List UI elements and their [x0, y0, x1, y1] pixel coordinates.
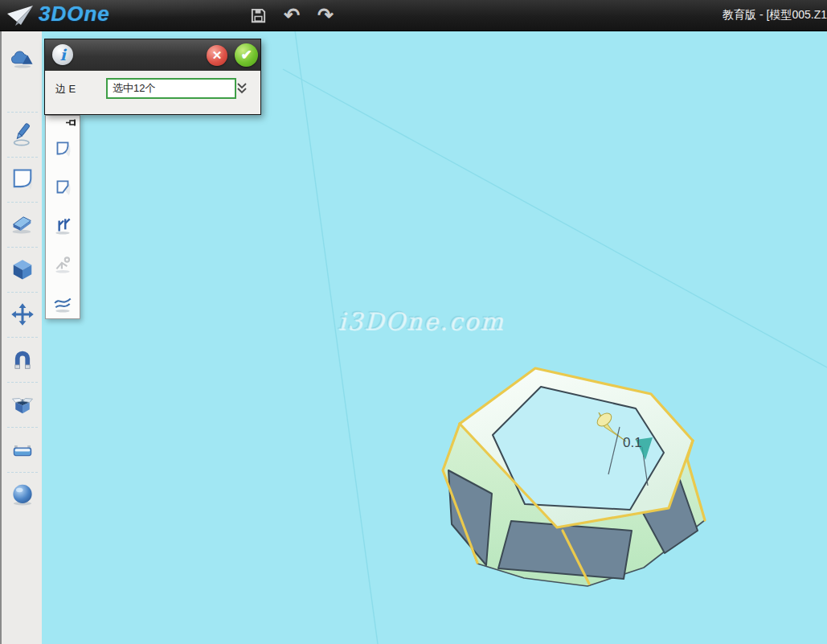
info-icon[interactable]: i [52, 44, 73, 65]
cancel-icon: ✕ [212, 48, 223, 63]
disabled-tool-icon [52, 254, 73, 275]
sidebar-item-move[interactable] [3, 293, 42, 335]
sidebar-separator [7, 202, 38, 203]
sidebar-item-eraser[interactable] [3, 203, 42, 245]
edge-field-label: 边 E [55, 82, 76, 96]
dialog-body: 边 E [45, 71, 260, 114]
watermark: i3DOne.com [338, 307, 504, 335]
fillet-icon [52, 138, 73, 159]
sidebar-item-sketch-pen[interactable] [3, 113, 42, 155]
title-bar: 3DOne ↶ ↷ 教育版 - [模型005.Z1 [0, 0, 827, 31]
sidebar-separator [7, 292, 38, 293]
tool-draft[interactable] [46, 207, 80, 244]
pin-icon[interactable] [66, 119, 77, 129]
sidebar-separator [7, 337, 38, 338]
paper-plane-logo-icon [5, 4, 35, 27]
draft-icon [52, 215, 73, 236]
magnet-icon [10, 347, 35, 371]
edge-selection-input[interactable] [106, 78, 236, 99]
save-icon [249, 6, 268, 25]
app-brand: 3DOne [39, 2, 110, 27]
double-chevron-down-icon[interactable] [235, 80, 248, 96]
open-box-icon [10, 392, 35, 416]
move-arrows-icon [10, 302, 35, 326]
sidebar-item-cube[interactable] [3, 248, 42, 290]
eraser-icon [10, 212, 35, 236]
model-hexagonal-bowl[interactable]: 0.1 [443, 368, 705, 586]
edge-selection-dialog: i ✕ ✔ 边 E [44, 39, 261, 115]
undo-icon: ↶ [284, 3, 300, 27]
cancel-button[interactable]: ✕ [207, 45, 227, 66]
sidebar-separator [7, 427, 38, 428]
sidebar-item-material-sphere[interactable] [3, 474, 42, 515]
sidebar-item-cloud-library[interactable] [3, 38, 42, 80]
sketch-pen-icon [10, 121, 35, 147]
sketch-plane-icon [10, 166, 35, 192]
dimension-label: 0.1 [623, 435, 642, 450]
main-toolbar [0, 31, 42, 644]
face-fillet-icon [52, 293, 73, 314]
undo-button[interactable]: ↶ [279, 2, 305, 28]
sidebar-item-sketch-plane[interactable] [3, 158, 42, 200]
grid-line [295, 31, 378, 644]
model-panel-front [498, 521, 632, 579]
tool-fillet[interactable] [46, 130, 80, 167]
confirm-icon: ✔ [240, 47, 252, 64]
sidebar-separator [7, 112, 38, 113]
cloud-library-icon [10, 47, 35, 71]
material-sphere-icon [10, 482, 35, 507]
tool-chamfer[interactable] [46, 169, 80, 206]
sidebar-item-banner[interactable] [3, 429, 42, 470]
confirm-button[interactable]: ✔ [235, 43, 258, 67]
sidebar-separator [7, 157, 38, 158]
fillet-tool-palette [45, 115, 80, 319]
dialog-title-bar: i ✕ ✔ [45, 39, 260, 72]
save-button[interactable] [245, 2, 271, 28]
cube-icon [10, 257, 35, 281]
sidebar-separator [7, 472, 38, 473]
sidebar-item-magnet[interactable] [3, 338, 42, 380]
sidebar-separator [7, 247, 38, 248]
sidebar-separator [7, 382, 38, 383]
tool-face-fillet[interactable] [46, 285, 80, 322]
redo-button[interactable]: ↷ [313, 2, 338, 28]
window-title: 教育版 - [模型005.Z1 [723, 8, 827, 23]
redo-icon: ↷ [317, 3, 334, 27]
chamfer-icon [52, 177, 73, 198]
sidebar-item-open-box[interactable] [3, 384, 42, 425]
tool-disabled [46, 246, 80, 283]
banner-icon [10, 437, 35, 461]
